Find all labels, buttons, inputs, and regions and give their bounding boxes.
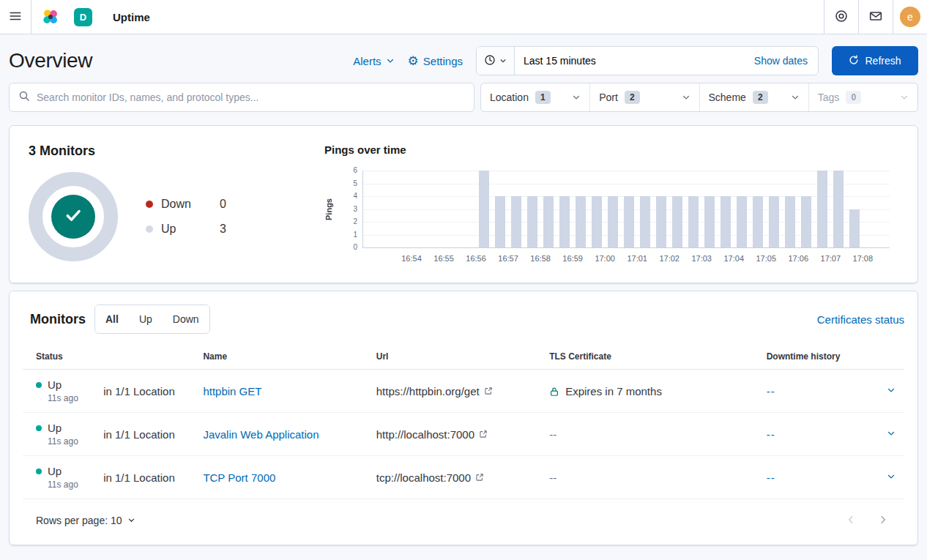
refresh-button[interactable]: Refresh [832,46,918,75]
rows-per-page-label: Rows per page: 10 [36,515,122,526]
monitor-row: Up11s agoin 1/1 LocationTCP Port 7000tcp… [23,456,904,499]
rows-per-page-button[interactable]: Rows per page: 10 [36,515,135,526]
y-axis-tick-label: 6 [353,167,357,174]
monitor-name-link[interactable]: TCP Port 7000 [203,471,275,484]
status-up-dot [36,382,42,388]
alerts-dropdown-button[interactable]: Alerts [353,55,394,67]
monitors-panel: Monitors All Up Down Certificates status… [9,291,918,545]
status-ago: 11s ago [48,479,92,490]
monitor-search-input[interactable] [37,92,465,103]
downtime-history-value: -- [767,385,775,397]
filter-tab-down[interactable]: Down [163,305,209,333]
monitor-url-link[interactable]: tcp://localhost:7000 [376,471,484,484]
external-link-icon [475,473,484,482]
elastic-logo[interactable] [31,0,70,34]
monitor-url-text: http://localhost:7000 [376,428,474,441]
status-up-dot [36,468,42,474]
expand-row-button[interactable] [884,426,898,443]
pings-bar [511,196,521,247]
previous-page-button[interactable] [846,515,856,527]
monitor-row: Up11s agoin 1/1 LocationJavalin Web Appl… [23,413,904,456]
x-axis-tick-label: 16:54 [401,254,422,263]
pings-bar [849,209,860,248]
status-ago: 11s ago [48,436,92,447]
pings-bar [559,196,570,247]
user-menu-button[interactable]: e [893,0,927,34]
pings-bar [737,196,747,247]
y-axis-tick-label: 2 [353,218,357,225]
x-axis-tick-label: 17:02 [659,254,680,263]
status-filter-group: All Up Down [94,305,210,334]
time-range-value[interactable]: Last 15 minutes [515,55,754,67]
filter-count-badge: 2 [753,91,768,104]
pings-bar [801,196,811,247]
pings-bar [785,196,795,247]
chart-gridline [363,184,890,184]
x-axis-tick-label: 16:59 [562,254,583,263]
date-picker: Last 15 minutes Show dates [476,46,819,75]
pings-bar [543,196,554,247]
pings-chart-block: Pings over time Pings 012345616:5416:551… [324,141,900,264]
filter-tab-all[interactable]: All [95,305,129,333]
expand-row-button[interactable] [884,469,898,486]
monitors-title: Monitors [30,312,86,327]
certificates-status-link[interactable]: Certificates status [817,313,904,326]
monitor-url-link[interactable]: https://httpbin.org/get [376,385,493,397]
filter-label: Location [490,92,529,103]
monitor-name-link[interactable]: httpbin GET [203,385,261,397]
pings-bar [688,196,699,247]
pings-bar [833,171,844,247]
monitors-table-body: Up11s agoin 1/1 Locationhttpbin GEThttps… [23,370,904,499]
monitor-url-link[interactable]: http://localhost:7000 [376,428,488,441]
filter-dropdown-tags[interactable]: Tags0 [809,83,917,111]
pings-bar [624,196,634,247]
external-link-icon [479,430,488,438]
legend-dot [146,225,153,233]
settings-button[interactable]: ⚙ Settings [408,55,463,67]
x-axis-tick-label: 17:01 [627,254,647,263]
chevron-down-icon [887,429,896,440]
pings-bar [769,196,779,247]
show-dates-button[interactable]: Show dates [754,55,818,67]
pings-bar [479,171,489,247]
pings-bar [672,196,682,247]
table-footer: Rows per page: 10 [23,499,904,542]
pings-bar [592,196,602,247]
y-axis-tick-label: 0 [353,244,357,251]
filter-count-badge: 2 [625,91,640,104]
column-header-url: Url [371,344,543,370]
pings-bar [656,196,666,247]
quick-select-button[interactable] [477,47,515,75]
help-menu-button[interactable] [824,0,858,34]
refresh-icon [849,55,859,67]
filter-dropdown-location[interactable]: Location1 [481,83,590,111]
next-page-button[interactable] [878,515,888,527]
filter-dropdown-scheme[interactable]: Scheme2 [700,83,809,111]
chevron-down-icon [900,93,909,102]
newsfeed-button[interactable] [858,0,893,34]
table-header-row: Status Name Url TLS Certificate Downtime… [23,344,904,370]
avatar: e [900,7,920,27]
column-header-name: Name [197,344,370,370]
help-icon [835,10,848,25]
pings-bar [576,196,586,247]
monitor-location: in 1/1 Location [97,413,197,456]
x-axis-tick-label: 17:08 [853,254,874,263]
hamburger-icon [9,10,22,25]
monitors-table: Status Name Url TLS Certificate Downtime… [23,344,904,499]
filter-count-badge: 0 [846,91,861,104]
space-switcher[interactable]: D [70,0,101,34]
monitor-row: Up11s agoin 1/1 Locationhttpbin GEThttps… [23,370,904,413]
search-icon [18,90,30,105]
pings-chart-plot: 012345616:5416:5516:5616:5716:5816:5917:… [362,171,890,248]
expand-row-button[interactable] [884,383,898,400]
refresh-label: Refresh [865,55,901,67]
filter-tab-up[interactable]: Up [129,305,163,333]
status-label: Up [48,422,62,434]
monitor-name-link[interactable]: Javalin Web Application [203,428,319,441]
menu-hamburger-button[interactable] [0,0,31,34]
legend-label: Down [161,198,209,211]
filter-dropdown-port[interactable]: Port2 [590,83,699,111]
x-axis-tick-label: 17:06 [789,254,809,263]
chevron-down-icon [887,472,896,483]
